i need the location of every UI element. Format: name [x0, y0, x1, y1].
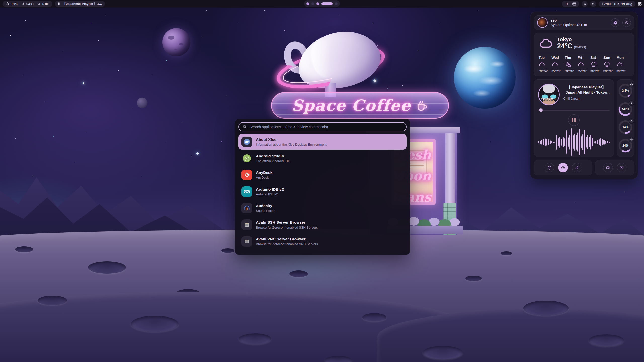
result-title: AnyDesk	[256, 170, 272, 175]
power-saver-profile-button[interactable]	[572, 163, 581, 172]
search-icon	[243, 125, 247, 129]
weather-timezone: (GMT+9)	[574, 46, 586, 49]
result-title: Avahi VNC Server Browser	[256, 237, 318, 241]
settings-gear-button[interactable]	[611, 18, 619, 27]
power-profiles-card	[534, 160, 592, 175]
result-description: Browse for Zeroconf-enabled SSH Servers	[256, 225, 318, 229]
now-playing-title: 【Japanese Playlist】 J...	[63, 2, 102, 6]
album-art: TOKYO L	[538, 84, 560, 105]
avatar	[537, 17, 548, 28]
sign-text: Space Coffee	[292, 96, 411, 115]
pause-icon[interactable]	[58, 2, 61, 5]
result-title: Audacity	[256, 204, 275, 208]
temperature-gauge: 54°C	[618, 101, 633, 117]
temp-value: 54°C	[26, 2, 34, 6]
system-gauges-card: 3.1% 54°C 14% 24%	[617, 79, 634, 157]
anydesk-icon	[242, 170, 252, 180]
result-row-anydesk[interactable]: AnyDesk AnyDesk	[238, 167, 407, 183]
workspace-dot[interactable]	[311, 2, 314, 5]
seek-knob[interactable]	[539, 108, 543, 112]
dashboard-grid-icon[interactable]	[638, 2, 642, 6]
disk-icon	[629, 137, 634, 142]
network-jack-icon	[242, 219, 252, 230]
workspace-dot[interactable]	[321, 2, 333, 5]
pause-button[interactable]	[568, 114, 580, 126]
sparkle-star: ✦	[82, 81, 85, 86]
cpu-value: 3.1%	[11, 2, 18, 6]
wallpaper-icon[interactable]	[572, 2, 576, 6]
result-title: About Xfce	[256, 137, 326, 142]
screen-record-button[interactable]	[603, 163, 613, 172]
weather-card: Tokyo 24°C(GMT+9) Tue 33°/24° Wed 35°/25…	[534, 33, 634, 76]
network-jack-icon	[242, 236, 252, 247]
memory-value: 6.8G	[42, 2, 49, 6]
purple-planet	[162, 28, 190, 56]
result-row-arduino[interactable]: Arduino IDE v2 Arduino IDE v2	[238, 184, 407, 199]
search-input[interactable]	[249, 125, 403, 129]
thermometer-icon	[629, 100, 634, 106]
memory-stat: 6.8G	[37, 2, 49, 6]
workspace-indicator[interactable]	[304, 0, 340, 7]
weather-city: Tokyo	[557, 37, 586, 42]
result-row-avahi-ssh[interactable]: Avahi SSH Server Browser Browse for Zero…	[238, 217, 407, 233]
cloud-icon	[539, 61, 552, 68]
album-art-text: TOKYO L	[539, 97, 559, 101]
forecast-day: Sat 36°/26°	[590, 56, 603, 73]
system-uptime: System Uptime: 4h11m	[551, 23, 608, 27]
workspace-dot[interactable]	[306, 2, 309, 5]
result-row-audacity[interactable]: Audacity Sound Editor	[238, 200, 407, 216]
workspace-dot[interactable]	[316, 2, 319, 5]
result-description: Sound Editor	[256, 209, 275, 213]
input-device-icon[interactable]	[565, 2, 568, 6]
space-coffee-sign: Space Coffee	[271, 92, 449, 119]
cpu-usage-gauge: 3.1%	[618, 83, 633, 99]
storm-cloud-icon	[603, 61, 617, 68]
notifications-bell-icon[interactable]	[582, 1, 588, 7]
cloud-icon	[539, 37, 553, 49]
audacity-icon	[242, 203, 252, 213]
clock[interactable]: 17:09 - Tue, 19 Aug	[599, 1, 635, 7]
forecast-day: Wed 35°/25°	[552, 56, 565, 73]
launcher-search[interactable]	[238, 122, 407, 131]
app-launcher: About Xfce Information about the Xfce De…	[235, 119, 410, 255]
performance-profile-button[interactable]	[545, 163, 554, 172]
cloud-icon	[616, 61, 629, 68]
result-row-android-studio[interactable]: Android Studio The official Android IDE	[238, 151, 407, 166]
volume-icon[interactable]	[590, 1, 596, 7]
arduino-icon	[242, 186, 252, 197]
result-row-about-xfce[interactable]: About Xfce Information about the Xfce De…	[238, 134, 407, 150]
result-title: Android Studio	[256, 154, 290, 158]
track-title: 【Japanese Playlist】 Japan All Night - To…	[563, 85, 610, 95]
chip-icon	[37, 2, 41, 6]
widget-panel: seb System Uptime: 4h11m Tokyo 24°C(GMT+…	[530, 12, 638, 179]
forecast-day: Tue 33°/24°	[539, 56, 552, 73]
thermometer-icon	[22, 2, 25, 6]
power-button[interactable]	[622, 18, 631, 27]
speedometer-icon	[629, 82, 634, 87]
desktop: ✦ ✦ ✦ ✦ ✦	[0, 0, 644, 362]
sign-coffee-cup-icon	[415, 99, 428, 112]
capture-tools-card	[595, 160, 634, 175]
tray-pill	[562, 1, 579, 7]
disk-usage-gauge: 24%	[618, 138, 633, 153]
android-studio-icon	[242, 153, 252, 164]
memory-gauge: 14%	[618, 119, 633, 135]
result-description: Browse for Zeroconf-enabled VNC Servers	[256, 242, 318, 246]
seek-bar[interactable]	[538, 108, 610, 112]
result-description: Arduino IDE v2	[256, 192, 284, 196]
now-playing-pill[interactable]: 【Japanese Playlist】 J...	[55, 1, 105, 7]
result-description: The official Android IDE	[256, 159, 290, 163]
cloud-icon	[552, 61, 565, 68]
music-player-card: TOKYO L 【Japanese Playlist】 Japan All Ni…	[534, 79, 614, 157]
forecast-day: Thu 33°/26°	[565, 56, 578, 73]
workspace-dot[interactable]	[335, 2, 338, 5]
giant-coffee-cup	[274, 31, 392, 94]
small-moon	[137, 98, 147, 108]
screenshot-button[interactable]	[617, 163, 626, 172]
username: seb	[551, 18, 608, 22]
result-description: Information about the Xfce Desktop Envir…	[256, 143, 326, 146]
balanced-profile-button[interactable]	[558, 163, 568, 172]
rain-cloud-icon	[590, 61, 603, 68]
result-row-avahi-vnc[interactable]: Avahi VNC Server Browser Browse for Zero…	[238, 234, 407, 249]
speedometer-icon	[6, 2, 9, 6]
